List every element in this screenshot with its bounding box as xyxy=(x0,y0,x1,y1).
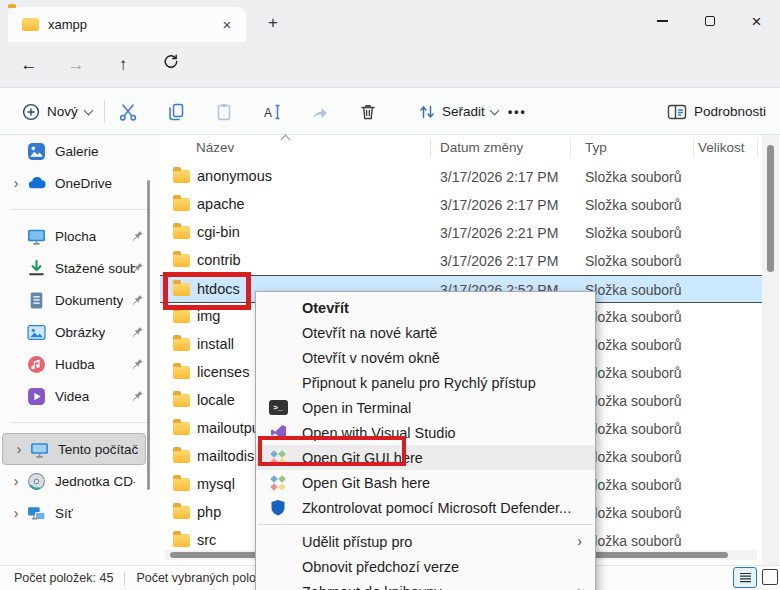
chevron-down-icon xyxy=(83,105,93,115)
paste-button[interactable] xyxy=(206,99,242,124)
rename-button[interactable]: A xyxy=(254,99,290,124)
pin-icon xyxy=(131,294,144,307)
up-button[interactable]: ↑ xyxy=(108,51,138,79)
minimize-icon xyxy=(657,20,668,21)
sidebar-item-jednotka-cd[interactable]: › Jednotka CD-RO xyxy=(0,465,160,497)
folder-icon xyxy=(22,18,39,31)
chevron-right-icon[interactable]: › xyxy=(8,175,24,191)
tab-title: xampp xyxy=(48,17,218,32)
folder-icon xyxy=(173,283,190,296)
trash-icon xyxy=(358,102,378,122)
navigation-sidebar: Galerie › OneDrive Plocha Stažené soub D… xyxy=(0,135,160,565)
copy-icon xyxy=(166,102,186,122)
menu-item-pin-quick-access[interactable]: Připnout k panelu pro Rychlý přístup xyxy=(256,370,595,395)
vertical-scrollbar[interactable] xyxy=(762,135,779,565)
menu-item-open-in-terminal[interactable]: >_ Open in Terminal xyxy=(256,395,595,420)
documents-icon xyxy=(27,291,46,310)
terminal-icon: >_ xyxy=(269,400,288,415)
menu-divider xyxy=(258,524,593,525)
pin-icon xyxy=(131,326,144,339)
sidebar-item-tento-pocitac[interactable]: › Tento počítač xyxy=(2,433,146,465)
refresh-button[interactable] xyxy=(155,51,185,79)
vertical-scrollbar-thumb[interactable] xyxy=(767,145,774,272)
menu-item-open-new-tab[interactable]: Otevřít na nové kartě xyxy=(256,320,595,345)
refresh-icon xyxy=(162,53,179,70)
share-button[interactable] xyxy=(302,99,338,124)
table-row-apache[interactable]: apache3/17/2026 2:17 PMSložka souborů xyxy=(160,191,762,219)
column-header-type[interactable]: Typ xyxy=(585,140,607,155)
visual-studio-icon xyxy=(270,424,287,441)
sidebar-item-sit[interactable]: › Síť xyxy=(0,497,160,529)
new-button[interactable]: Nový xyxy=(14,96,100,127)
computer-icon xyxy=(30,440,49,459)
sidebar-scrollbar[interactable] xyxy=(147,180,150,490)
menu-item-open-git-bash[interactable]: Open Git Bash here xyxy=(256,470,595,495)
explorer-tab[interactable]: xampp × xyxy=(8,7,246,42)
back-button[interactable]: ← xyxy=(14,51,44,79)
sidebar-item-plocha[interactable]: Plocha xyxy=(0,220,160,252)
maximize-button[interactable] xyxy=(686,0,733,42)
sort-label: Seřadit xyxy=(442,104,485,119)
sort-button[interactable]: Seřadit xyxy=(418,96,498,127)
git-gui-icon xyxy=(269,449,287,467)
table-row-cgi-bin[interactable]: cgi-bin3/17/2026 2:21 PMSložka souborů xyxy=(160,219,762,247)
chevron-right-icon[interactable]: › xyxy=(11,441,27,457)
chevron-right-icon[interactable]: › xyxy=(8,505,24,521)
forward-button[interactable]: → xyxy=(61,51,91,79)
menu-item-include-in-library[interactable]: Zahrnout do knihovny › xyxy=(256,579,595,590)
icons-view-toggle[interactable] xyxy=(762,569,778,585)
onedrive-icon xyxy=(27,174,46,193)
menu-item-open-new-window[interactable]: Otevřít v novém okně xyxy=(256,345,595,370)
menu-item-open[interactable]: Otevřít xyxy=(256,295,595,320)
submenu-arrow-icon: › xyxy=(577,533,582,549)
folder-icon xyxy=(173,478,190,491)
sidebar-item-hudba[interactable]: Hudba xyxy=(0,348,160,380)
folder-icon xyxy=(173,338,190,351)
minimize-button[interactable] xyxy=(639,0,686,42)
folder-icon xyxy=(173,310,190,323)
table-row-anonymous[interactable]: anonymous3/17/2026 2:17 PMSložka souborů xyxy=(160,163,762,191)
sort-icon xyxy=(418,103,436,121)
sidebar-item-onedrive[interactable]: › OneDrive xyxy=(0,167,160,199)
pin-icon xyxy=(131,262,144,275)
menu-item-give-access[interactable]: Udělit přístup pro › xyxy=(256,529,595,554)
close-button[interactable]: × xyxy=(733,0,780,42)
column-header-size[interactable]: Velikost xyxy=(698,140,745,155)
details-pane-button[interactable]: Podrobnosti xyxy=(667,96,766,127)
sidebar-divider xyxy=(10,209,148,210)
copy-button[interactable] xyxy=(158,99,194,124)
menu-item-open-git-gui[interactable]: Open Git GUI here xyxy=(256,445,595,470)
column-header-name[interactable]: Název xyxy=(196,140,234,155)
item-count: Počet položek: 45 xyxy=(14,571,113,585)
cut-button[interactable] xyxy=(110,99,146,124)
sidebar-item-dokumenty[interactable]: Dokumenty xyxy=(0,284,160,316)
share-icon xyxy=(310,102,330,122)
cd-drive-icon xyxy=(27,472,46,491)
chevron-right-icon[interactable]: › xyxy=(8,473,24,489)
sidebar-item-obrazky[interactable]: Obrázky xyxy=(0,316,160,348)
new-tab-button[interactable]: + xyxy=(260,11,286,35)
videos-icon xyxy=(27,387,46,406)
details-view-toggle[interactable] xyxy=(733,567,757,588)
column-header-date[interactable]: Datum změny xyxy=(440,140,523,155)
pictures-icon xyxy=(27,323,46,342)
folder-icon xyxy=(173,226,190,239)
sort-ascending-icon xyxy=(281,135,291,145)
details-pane-icon xyxy=(667,103,687,121)
navigation-bar: ← → ↑ › ··· Windows (C:) › xampp › Prohl… xyxy=(0,42,780,88)
pin-icon xyxy=(131,358,144,371)
menu-item-restore-previous-versions[interactable]: Obnovit předchozí verze xyxy=(256,554,595,579)
delete-button[interactable] xyxy=(350,99,386,124)
details-label: Podrobnosti xyxy=(694,104,766,119)
menu-item-scan-defender[interactable]: Zkontrolovat pomocí Microsoft Defender..… xyxy=(256,495,595,520)
downloads-icon xyxy=(27,259,46,278)
more-options-button[interactable]: ••• xyxy=(508,96,527,127)
folder-icon xyxy=(173,170,190,183)
sidebar-item-galerie[interactable]: Galerie xyxy=(0,135,160,167)
table-row-contrib[interactable]: contrib3/17/2026 2:17 PMSložka souborů xyxy=(160,247,762,275)
tab-close-icon[interactable]: × xyxy=(218,16,236,34)
menu-item-open-with-visual-studio[interactable]: Open with Visual Studio xyxy=(256,420,595,445)
sidebar-item-stazene-soubory[interactable]: Stažené soub xyxy=(0,252,160,284)
new-label: Nový xyxy=(47,104,78,119)
sidebar-item-videa[interactable]: Videa xyxy=(0,380,160,412)
